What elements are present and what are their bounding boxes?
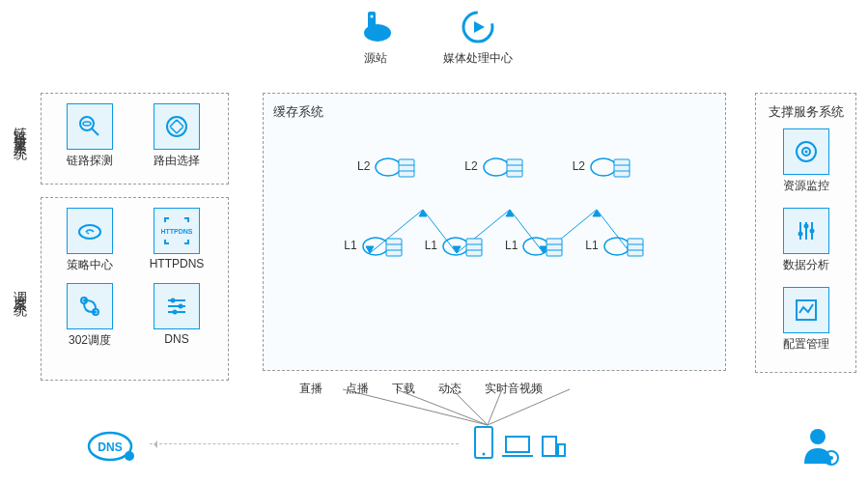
svg-rect-51	[466, 239, 482, 256]
svg-point-68	[798, 232, 802, 237]
route-select-label: 路由选择	[138, 153, 215, 169]
svg-point-85	[125, 451, 134, 461]
svg-point-7	[83, 122, 91, 126]
analytics-card: 数据分析	[768, 208, 845, 273]
dns-cloud-icon: DNS	[87, 425, 137, 466]
svg-point-2	[364, 24, 391, 42]
svg-point-42	[591, 158, 616, 176]
scheduling-group: 策略中心 HTTPDNS HTTPDNS 302调度 DNS	[41, 197, 229, 381]
server-cloud-icon	[361, 229, 404, 262]
support-system-group: 支撑服务系统 资源监控 数据分析 配置管理	[755, 93, 856, 373]
link-quality-title: 链路质量系统	[12, 116, 29, 139]
svg-point-69	[803, 224, 808, 229]
httpdns-label: HTTPDNS	[138, 257, 215, 270]
svg-point-19	[179, 304, 183, 309]
svg-point-78	[483, 453, 486, 456]
svg-point-54	[523, 238, 548, 255]
svg-rect-39	[507, 159, 522, 177]
302-card: 302调度	[51, 283, 128, 349]
analytics-label: 数据分析	[768, 257, 845, 273]
server-cloud-icon	[589, 150, 631, 183]
svg-rect-81	[543, 437, 556, 456]
cache-title: 缓存系统	[273, 103, 715, 121]
link-quality-group: 链路探测 路由选择	[41, 93, 229, 185]
link-probe-card: 链路探测	[51, 103, 128, 169]
svg-point-38	[484, 158, 509, 176]
policy-card: 策略中心	[51, 208, 128, 273]
svg-marker-4	[474, 21, 485, 33]
svg-point-5	[80, 117, 94, 130]
link-probe-label: 链路探测	[51, 153, 128, 169]
svg-rect-43	[614, 159, 630, 177]
config-card: 配置管理	[768, 287, 845, 353]
httpdns-card: HTTPDNS HTTPDNS	[138, 208, 215, 273]
origin-label: 源站	[356, 50, 395, 67]
302-label: 302调度	[51, 332, 128, 349]
l1-node: L1	[585, 229, 644, 262]
svg-point-9	[79, 225, 100, 239]
route-icon	[154, 103, 200, 150]
svg-point-20	[173, 310, 178, 315]
l1-node: L1	[344, 229, 403, 262]
monitor-icon	[783, 128, 829, 175]
service-rtc: 实时音视频	[485, 377, 543, 397]
svg-point-88	[829, 456, 833, 460]
policy-label: 策略中心	[51, 257, 128, 273]
svg-rect-82	[558, 444, 565, 456]
service-live: 直播	[299, 377, 322, 397]
l2-node: L2	[464, 150, 523, 183]
l2-node: L2	[573, 150, 631, 183]
laptop-icon	[502, 435, 533, 460]
l1-node: L1	[505, 229, 564, 262]
svg-text:DNS: DNS	[98, 440, 122, 454]
dns-label: DNS	[138, 332, 215, 346]
l2-node: L2	[357, 150, 416, 183]
policy-icon	[67, 208, 113, 254]
analytics-icon	[783, 208, 829, 254]
svg-marker-32	[506, 210, 514, 216]
svg-point-18	[171, 298, 176, 303]
svg-point-58	[604, 238, 630, 255]
l1-node: L1	[425, 229, 484, 262]
services-row: 直播 点播 下载 动态 实时音视频	[299, 377, 543, 397]
svg-point-34	[376, 158, 401, 176]
support-title: 支撑服务系统	[766, 103, 846, 121]
svg-point-86	[810, 429, 826, 444]
svg-marker-33	[593, 210, 601, 216]
config-icon	[783, 287, 829, 333]
server-cloud-icon	[441, 229, 484, 262]
svg-line-6	[92, 128, 98, 135]
svg-point-1	[370, 15, 373, 18]
dns-bottom-node: DNS	[87, 425, 137, 466]
media-center-label: 媒体处理中心	[443, 50, 513, 67]
server-cloud-icon	[521, 229, 564, 262]
monitor-label: 资源监控	[768, 178, 845, 194]
svg-marker-31	[419, 210, 427, 216]
dns-card: DNS	[138, 283, 215, 349]
svg-rect-59	[628, 239, 643, 256]
media-center-icon	[459, 8, 497, 46]
server-cloud-icon	[374, 150, 416, 183]
svg-text:HTTPDNS: HTTPDNS	[161, 228, 192, 235]
service-download: 下载	[392, 377, 415, 397]
probe-icon	[67, 103, 113, 150]
phone-icon	[473, 425, 494, 460]
svg-rect-79	[506, 437, 529, 452]
route-select-card: 路由选择	[138, 103, 215, 169]
svg-rect-47	[386, 239, 402, 256]
server-cloud-icon	[602, 229, 645, 262]
scheduling-title: 调度系统	[12, 280, 29, 296]
svg-point-50	[443, 238, 468, 255]
svg-point-64	[804, 151, 807, 154]
svg-point-70	[809, 229, 814, 234]
monitor-card: 资源监控	[768, 128, 845, 194]
service-dynamic: 动态	[438, 377, 462, 397]
client-devices	[473, 425, 566, 460]
svg-rect-55	[546, 239, 562, 256]
config-label: 配置管理	[768, 336, 845, 353]
cache-system-group: 缓存系统 L2 L2 L2 L1 L1 L1 L1	[263, 93, 726, 371]
302-icon	[67, 283, 113, 329]
origin-icon	[356, 8, 395, 46]
dns-sliders-icon	[154, 283, 200, 329]
operator-icon	[800, 425, 839, 466]
